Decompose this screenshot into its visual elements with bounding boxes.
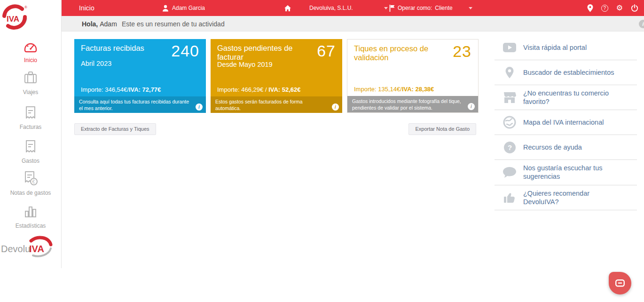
receipt-icon bbox=[24, 105, 37, 120]
quick-links-panel: Visita rápida al portal Buscador de esta… bbox=[495, 35, 637, 210]
card-facturas-recibidas[interactable]: Facturas recibidas 240 Abril 2023 Import… bbox=[74, 39, 206, 113]
user-menu[interactable]: Adam Garcia bbox=[162, 0, 205, 16]
page-title: Inicio bbox=[79, 0, 94, 16]
importe-value: Importe: 135,14€/ bbox=[354, 86, 402, 93]
company-name: Devoluiva, S.L.U. bbox=[309, 5, 353, 11]
devoluiva-logo-gray-text: Devolu bbox=[1, 244, 30, 254]
gear-icon[interactable]: ⚙ bbox=[616, 4, 623, 12]
card-count: 23 bbox=[453, 42, 471, 61]
receipt-icon bbox=[24, 139, 37, 154]
extract-invoices-button[interactable]: Extracto de Facturas y Tiques bbox=[74, 123, 156, 135]
card-tiques-validacion[interactable]: Tiques en proceso de validación 23 Impor… bbox=[347, 39, 479, 113]
card-amounts: Importe: 135,14€/IVA: 28,38€ bbox=[354, 86, 434, 93]
iva-logo: IVA ® bbox=[0, 4, 61, 32]
thumbs-up-icon bbox=[502, 191, 517, 204]
chat-icon bbox=[615, 279, 625, 287]
operate-as-selector[interactable]: Operar como: Cliente bbox=[389, 0, 453, 16]
sidebar-item-facturas[interactable]: Facturas bbox=[0, 105, 61, 130]
link-recomendar[interactable]: ¿Quieres recomendar DevoluIVA? bbox=[495, 185, 637, 210]
devoluiva-dashboard: IVA ® Inicio bbox=[0, 0, 644, 302]
greeting-name: Adam bbox=[100, 20, 117, 28]
chat-bubble-icon bbox=[502, 167, 517, 178]
briefcase-icon bbox=[23, 71, 38, 86]
importe-value: Importe: 346,54€/ bbox=[81, 86, 129, 93]
card-amounts: Importe: 466,29€ / IVA: 52,62€ bbox=[217, 86, 301, 93]
sidebar-item-label: Estadísticas bbox=[0, 223, 61, 229]
sidebar-item-label: Gastos bbox=[0, 158, 61, 164]
devoluiva-logo-red-text: IVA bbox=[29, 244, 44, 254]
greeting-subtitle: Este es un resumen de tu actividad bbox=[122, 16, 225, 32]
iva-value: IVA: 52,62€ bbox=[268, 86, 300, 93]
iva-value: IVA: 28,38€ bbox=[402, 86, 434, 93]
topbar-actions: ? ⚙ bbox=[587, 0, 638, 16]
help-icon[interactable]: ? bbox=[601, 5, 608, 12]
iva-value: IVA: 72,77€ bbox=[129, 86, 161, 93]
card-count: 67 bbox=[317, 42, 336, 60]
sidebar-item-label: Notas de gastos bbox=[0, 190, 61, 196]
store-icon bbox=[502, 91, 517, 103]
map-pin-icon bbox=[502, 66, 517, 79]
link-comercio-favorito[interactable]: ¿No encuentras tu comercio favorito? bbox=[495, 85, 637, 110]
link-buscador-establecimientos[interactable]: Buscador de establecimientos bbox=[495, 60, 637, 85]
sidebar: IVA ® Inicio bbox=[0, 0, 62, 268]
sidebar-item-estadisticas[interactable]: Estadísticas bbox=[0, 205, 61, 229]
export-expense-note-button[interactable]: Exportar Nota de Gasto bbox=[408, 123, 476, 135]
sidebar-item-label: Viajes bbox=[0, 89, 61, 95]
link-mapa-iva[interactable]: Mapa del IVA internacional bbox=[495, 110, 637, 135]
home-icon[interactable] bbox=[284, 0, 291, 16]
quick-link-label: ¿No encuentras tu comercio favorito? bbox=[523, 89, 624, 106]
svg-text:?: ? bbox=[507, 143, 511, 151]
card-footer-note: Gastos introducidos mediante fotografía … bbox=[347, 96, 478, 112]
card-period: Abril 2023 bbox=[81, 60, 111, 67]
card-title: Tiques en proceso de validación bbox=[354, 44, 439, 63]
chevron-down-icon[interactable] bbox=[469, 0, 472, 16]
greeting-hello: Hola, bbox=[82, 20, 98, 28]
link-recursos-ayuda[interactable]: ? Recursos de ayuda bbox=[495, 135, 637, 160]
chevron-down-icon[interactable] bbox=[384, 0, 388, 16]
map-pin-icon[interactable] bbox=[587, 4, 593, 12]
info-icon[interactable]: i bbox=[196, 103, 203, 111]
quick-link-label: Nos gustaría escuchar tus sugerencias bbox=[523, 164, 624, 181]
sidebar-item-gastos[interactable]: Gastos bbox=[0, 139, 61, 164]
quick-link-label: ¿Quieres recomendar DevoluIVA? bbox=[523, 189, 624, 206]
card-footer-note: Estos gastos serán facturados de forma a… bbox=[211, 96, 342, 113]
greeting: Hola, Adam bbox=[82, 16, 117, 32]
link-visita-rapida[interactable]: Visita rápida al portal bbox=[495, 35, 637, 60]
flag-icon bbox=[389, 5, 395, 12]
bar-chart-icon bbox=[23, 205, 38, 219]
globe-icon bbox=[502, 116, 517, 129]
quick-link-label: Visita rápida al portal bbox=[523, 43, 587, 52]
card-period: Desde Mayo 2019 bbox=[217, 61, 273, 68]
operate-as-value: Cliente bbox=[435, 5, 452, 11]
sidebar-item-label: Inicio bbox=[0, 57, 61, 64]
card-amounts: Importe: 346,54€/IVA: 72,77€ bbox=[81, 86, 161, 93]
dashboard-icon bbox=[23, 40, 39, 54]
card-title: Facturas recibidas bbox=[81, 44, 165, 53]
sidebar-item-viajes[interactable]: Viajes bbox=[0, 71, 61, 95]
video-icon bbox=[502, 42, 517, 53]
help-icon: ? bbox=[502, 141, 517, 154]
link-sugerencias[interactable]: Nos gustaría escuchar tus sugerencias bbox=[495, 160, 637, 185]
sidebar-item-inicio[interactable]: Inicio bbox=[0, 40, 61, 64]
operate-as-label: Operar como: bbox=[398, 5, 432, 11]
iva-logo-graphic: IVA ® bbox=[0, 4, 29, 32]
chat-fab-button[interactable] bbox=[609, 272, 631, 294]
power-icon[interactable] bbox=[631, 4, 638, 12]
quick-link-label: Recursos de ayuda bbox=[523, 143, 582, 151]
quick-link-label: Buscador de establecimientos bbox=[523, 68, 614, 77]
card-gastos-pendientes[interactable]: Gastos pendientes de facturar 67 Desde M… bbox=[211, 39, 342, 113]
importe-value: Importe: 466,29€ / bbox=[217, 86, 268, 93]
card-count: 240 bbox=[171, 42, 199, 60]
receipt-euro-icon: € bbox=[23, 170, 39, 186]
user-name: Adam Garcia bbox=[172, 5, 205, 11]
info-icon[interactable]: i bbox=[468, 103, 475, 110]
quick-link-label: Mapa del IVA internacional bbox=[523, 118, 604, 127]
company-selector[interactable]: Devoluiva, S.L.U. bbox=[309, 0, 353, 16]
info-icon[interactable]: i bbox=[639, 20, 644, 28]
svg-text:€: € bbox=[32, 179, 35, 184]
devoluiva-logo: Devolu IVA bbox=[0, 234, 61, 262]
iva-logo-text: IVA bbox=[7, 15, 19, 24]
greeting-bar: Hola, Adam Este es un resumen de tu acti… bbox=[62, 16, 644, 32]
sidebar-item-notas-de-gastos[interactable]: € Notas de gastos bbox=[0, 170, 61, 196]
info-icon[interactable]: i bbox=[332, 103, 339, 111]
